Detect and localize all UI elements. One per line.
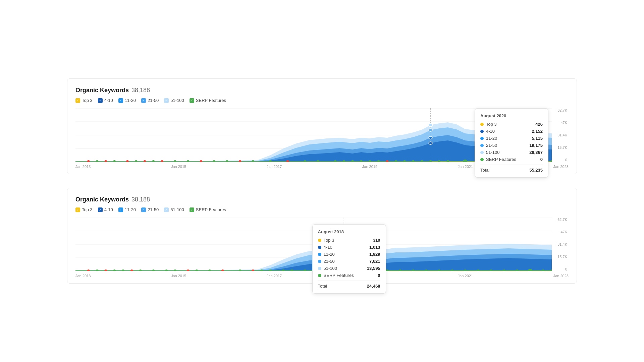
legend-item-51-100-1[interactable]: ✓ 51-100: [164, 98, 184, 103]
tooltip-label-51-100-1: 51-100: [486, 150, 499, 155]
svg-point-64: [139, 269, 142, 271]
legend-item-top3-1[interactable]: ✓ Top 3: [75, 98, 93, 103]
tooltip-dot-serp-2: [318, 274, 321, 277]
y-label-2-5: 0: [565, 267, 567, 271]
legend-checkbox-11-20-1: ✓: [118, 98, 123, 103]
legend-label-11-20-1: 11-20: [125, 98, 136, 103]
svg-point-71: [221, 269, 224, 271]
legend-label-51-100-2: 51-100: [170, 207, 184, 212]
tooltip-value-4-10-1: 2,152: [532, 129, 543, 134]
tooltip-dot-serp-1: [480, 158, 484, 161]
tooltip-label-11-20-1: 11-20: [486, 136, 497, 141]
legend-checkbox-11-20-2: ✓: [118, 207, 123, 212]
svg-point-48: [428, 123, 433, 127]
tooltip-row-21-50-2: 21-50 7,621: [318, 259, 380, 264]
tooltip-label-serp-1: SERP Features: [486, 157, 516, 162]
tooltip-title-2: August 2018: [318, 229, 380, 234]
svg-point-18: [213, 160, 215, 162]
tooltip-dot-4-10-2: [318, 246, 321, 249]
svg-point-63: [130, 269, 133, 271]
tooltip-row-51-100-1: 51-100 28,367: [480, 150, 543, 155]
legend-label-4-10-1: 4-10: [104, 98, 113, 103]
legend-checkbox-21-50-2: ✓: [141, 207, 146, 212]
legend-label-21-50-2: 21-50: [148, 207, 159, 212]
svg-point-49: [429, 129, 432, 131]
tooltip-label-4-10-1: 4-10: [486, 129, 495, 134]
legend-checkbox-serp-2: ✓: [190, 207, 194, 212]
legend-item-4-10-2[interactable]: ✓ 4-10: [98, 207, 113, 212]
chart-count-2: 38,188: [131, 196, 150, 203]
tooltip-value-21-50-1: 19,175: [529, 143, 543, 148]
svg-point-16: [187, 160, 190, 162]
legend-checkbox-51-100-2: ✓: [164, 207, 169, 212]
tooltip-label-51-100-2: 51-100: [324, 266, 337, 271]
svg-point-66: [165, 269, 168, 271]
svg-point-12: [144, 160, 146, 162]
svg-point-65: [152, 269, 155, 271]
svg-point-67: [174, 269, 176, 271]
chart-header-1: Organic Keywords 38,188: [75, 87, 569, 94]
legend-label-21-50-1: 21-50: [148, 98, 159, 103]
y-axis-2: 62.7K 47K 31.4K 15.7K 0: [552, 218, 569, 271]
tooltip-row-51-100-2: 51-100 13,595: [318, 266, 380, 271]
svg-point-10: [126, 160, 129, 162]
legend-item-top3-2[interactable]: ✓ Top 3: [75, 207, 93, 212]
svg-point-8: [104, 160, 107, 162]
tooltip-dot-51-100-1: [480, 151, 484, 154]
tooltip-value-21-50-2: 7,621: [369, 259, 380, 264]
y-label-2-1: 62.7K: [557, 218, 567, 222]
x-label-2-1: Jan 2013: [75, 274, 91, 278]
legend-checkbox-4-10-1: ✓: [98, 98, 103, 103]
tooltip-value-top3-2: 310: [373, 238, 380, 243]
tooltip-row-serp-1: SERP Features 0: [480, 157, 543, 162]
y-label-1-5: 0: [565, 158, 567, 162]
svg-point-50: [429, 136, 432, 139]
y-label-1-4: 15.7K: [557, 145, 567, 149]
chart-wrapper-1: 62.7K 47K 31.4K 15.7K 0 Jan 2013 Jan 201…: [75, 108, 569, 169]
tooltip-dot-51-100-2: [318, 267, 321, 270]
legend-item-21-50-1[interactable]: ✓ 21-50: [141, 98, 159, 103]
legend-item-serp-2[interactable]: ✓ SERP Features: [190, 207, 226, 212]
x-label-1-3: Jan 2017: [267, 165, 282, 169]
svg-point-62: [122, 269, 124, 271]
legend-item-serp-1[interactable]: ✓ SERP Features: [190, 98, 226, 103]
tooltip-label-serp-2: SERP Features: [324, 273, 354, 278]
y-label-1-1: 62.7K: [557, 108, 567, 112]
legend-item-11-20-2[interactable]: ✓ 11-20: [118, 207, 136, 212]
x-label-1-4: Jan 2019: [362, 165, 377, 169]
chart-header-2: Organic Keywords 38,188: [75, 196, 569, 203]
legend-checkbox-21-50-1: ✓: [141, 98, 146, 103]
legend-checkbox-serp-1: ✓: [190, 98, 194, 103]
x-label-2-2: Jan 2015: [171, 274, 186, 278]
legend-checkbox-top3-2: ✓: [75, 207, 80, 212]
tooltip-total-2: Total 24,468: [318, 284, 380, 289]
svg-point-68: [187, 269, 190, 271]
tooltip-label-top3-1: Top 3: [486, 122, 497, 127]
legend-checkbox-4-10-2: ✓: [98, 207, 103, 212]
svg-point-17: [200, 160, 202, 162]
tooltip-row-21-50-1: 21-50 19,175: [480, 143, 543, 148]
svg-point-70: [208, 269, 211, 271]
legend-item-11-20-1[interactable]: ✓ 11-20: [118, 98, 136, 103]
y-label-1-3: 31.4K: [557, 133, 567, 137]
tooltip-row-top3-1: Top 3 426: [480, 122, 543, 127]
tooltip-dot-11-20-2: [318, 253, 321, 256]
tooltip-row-4-10-2: 4-10 1,013: [318, 245, 380, 250]
legend-label-4-10-2: 4-10: [104, 207, 113, 212]
legend-label-top3-1: Top 3: [82, 98, 93, 103]
tooltip-divider-2: [318, 281, 380, 281]
svg-point-60: [104, 269, 107, 271]
svg-point-7: [96, 160, 99, 162]
legend-checkbox-51-100-1: ✓: [164, 98, 169, 103]
legend-item-51-100-2[interactable]: ✓ 51-100: [164, 207, 184, 212]
tooltip-2: August 2018 Top 3 310 4-10 1,013 11-20: [312, 224, 386, 294]
svg-point-15: [174, 160, 176, 162]
legend-item-4-10-1[interactable]: ✓ 4-10: [98, 98, 113, 103]
y-label-1-2: 47K: [560, 121, 567, 125]
svg-point-59: [96, 269, 99, 271]
legend-item-21-50-2[interactable]: ✓ 21-50: [141, 207, 159, 212]
tooltip-value-serp-1: 0: [540, 157, 543, 162]
legend-checkbox-top3-1: ✓: [75, 98, 80, 103]
x-label-1-5: Jan 2021: [458, 165, 473, 169]
chart-wrapper-2: 62.7K 47K 31.4K 15.7K 0 Jan 2013 Jan 201…: [75, 218, 569, 278]
